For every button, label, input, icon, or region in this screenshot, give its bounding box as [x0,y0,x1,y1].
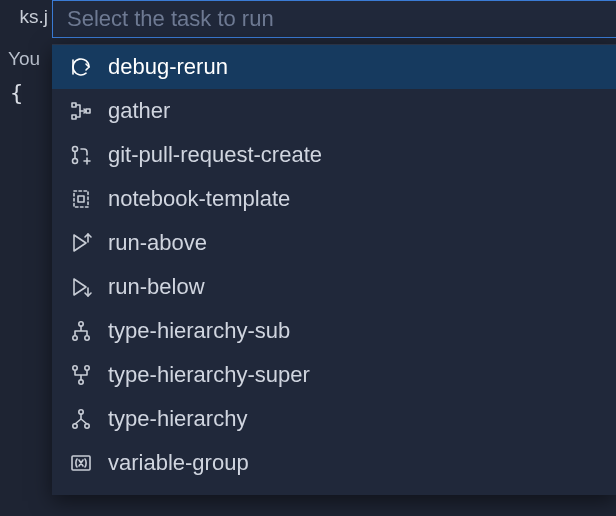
palette-item-label: type-hierarchy-super [108,362,310,388]
svg-rect-6 [78,196,84,202]
palette-input-wrap [52,0,616,38]
debug-rerun-icon [68,54,94,80]
editor-text-fragment: You [8,48,40,70]
tab-label-fragment: ks.j [0,0,52,38]
variable-group-icon [68,450,94,476]
type-hier-sub-icon [68,318,94,344]
palette-item-variable-group[interactable]: variable-group [52,441,616,485]
palette-item-notebook-template[interactable]: notebook-template [52,177,616,221]
palette-item-gather[interactable]: gather [52,89,616,133]
palette-item-label: run-below [108,274,205,300]
palette-item-label: run-above [108,230,207,256]
palette-item-run-above[interactable]: run-above [52,221,616,265]
palette-item-label: variable-group [108,450,249,476]
git-pr-create-icon [68,142,94,168]
type-hier-icon [68,406,94,432]
svg-point-11 [73,366,77,370]
palette-item-debug-rerun[interactable]: debug-rerun [52,45,616,89]
palette-item-label: notebook-template [108,186,290,212]
palette-item-label: type-hierarchy-sub [108,318,290,344]
palette-item-label: type-hierarchy [108,406,247,432]
run-above-icon [68,230,94,256]
svg-point-8 [73,336,77,340]
palette-item-type-hierarchy[interactable]: type-hierarchy [52,397,616,441]
editor-brace: { [10,80,23,105]
task-search-input[interactable] [52,0,616,38]
palette-item-run-below[interactable]: run-below [52,265,616,309]
run-below-icon [68,274,94,300]
palette-item-label: debug-rerun [108,54,228,80]
svg-point-12 [85,366,89,370]
palette-item-type-hierarchy-sub[interactable]: type-hierarchy-sub [52,309,616,353]
palette-item-label: git-pull-request-create [108,142,322,168]
type-hier-super-icon [68,362,94,388]
palette-item-git-pull-request-create[interactable]: git-pull-request-create [52,133,616,177]
palette-item-type-hierarchy-super[interactable]: type-hierarchy-super [52,353,616,397]
svg-rect-5 [74,191,88,207]
svg-point-9 [85,336,89,340]
palette-list: debug-rerungathergit-pull-request-create… [52,44,616,495]
command-palette: debug-rerungathergit-pull-request-create… [52,0,616,495]
palette-item-label: gather [108,98,170,124]
notebook-template-icon [68,186,94,212]
gather-icon [68,98,94,124]
